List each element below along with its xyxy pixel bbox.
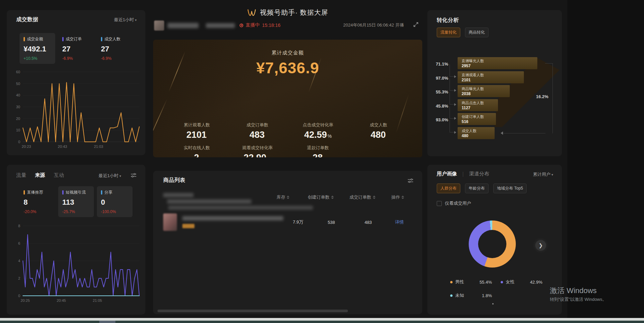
tab-product-conversion[interactable]: 商品转化 xyxy=(465,28,489,37)
live-status: 直播中 15:18:16 xyxy=(240,22,281,28)
page-scrollbar-track[interactable] xyxy=(0,318,644,321)
tab-source[interactable]: 来源 xyxy=(35,172,45,178)
delta-badge: -100.0% xyxy=(101,209,133,214)
live-dot-icon xyxy=(240,24,243,27)
filter-icon[interactable] xyxy=(407,178,414,184)
conversion-panel: 转化分析 流量转化 商品转化 直播曝光人数 2957 直播观看人数 2101 商… xyxy=(427,10,562,156)
table-header: 库存 创建订单数 成交订单数 操作 xyxy=(163,193,412,202)
column-stock[interactable]: 库存 xyxy=(266,194,300,200)
products-panel: 商品列表 库存 创建订单数 成交订单数 操作 xyxy=(153,171,422,314)
card-color-bar xyxy=(101,37,102,41)
summary-title: 累计成交金额 xyxy=(153,50,422,56)
tab-interaction[interactable]: 互动 xyxy=(54,172,64,178)
stat-total-viewers: 累计观看人数 2101 xyxy=(167,122,227,140)
funnel-bracket xyxy=(450,78,455,91)
sort-icon xyxy=(331,196,334,199)
sort-icon xyxy=(401,196,404,199)
stat-online-now: 实时在线人数 2 xyxy=(167,145,227,157)
svg-text:30: 30 xyxy=(16,105,20,109)
metric-card-live-recommend[interactable]: 直播推荐 8 -20.0% xyxy=(20,186,55,217)
metric-card-deal-amount[interactable]: 成交金额 ¥492.1 +10.5% xyxy=(20,33,55,64)
funnel-step-rate: 45.8% xyxy=(431,104,448,109)
cell-created-orders: 538 xyxy=(313,220,350,225)
streamer-avatar xyxy=(154,21,164,31)
delta-badge: -20.0% xyxy=(24,209,55,214)
metric-card-deal-buyers[interactable]: 成交人数 27 -6.9% xyxy=(97,33,133,64)
column-product-redacted xyxy=(167,199,251,204)
funnel-bracket xyxy=(450,64,455,77)
funnel-stage-order-creators: 创建订单人数 516 xyxy=(458,113,496,125)
funnel-stage-product-clicks: 商品点击人数 1127 xyxy=(458,99,498,111)
tab-channel-distribution[interactable]: 渠道分布 xyxy=(469,171,489,177)
streamer-id-redacted xyxy=(206,23,235,28)
column-product-redacted xyxy=(163,193,193,197)
metric-card-share[interactable]: 分享 0 -100.0% xyxy=(97,186,133,217)
svg-text:8: 8 xyxy=(18,224,20,228)
traffic-range-dropdown[interactable]: 最近1小时▾ xyxy=(99,173,121,179)
transaction-panel: 成交数据 最近1小时▾ 成交金额 ¥492.1 +10.5% 成交订单 27 -… xyxy=(7,10,145,155)
row-subtitle-redacted xyxy=(168,206,313,210)
svg-text:0: 0 xyxy=(18,140,20,144)
page-title: 视频号助手· 数据大屏 xyxy=(260,8,328,17)
windows-watermark-title: 激活 Windows xyxy=(550,286,597,296)
horizontal-scrollbar[interactable] xyxy=(157,310,348,312)
live-label: 直播中 xyxy=(246,22,260,28)
card-color-bar xyxy=(101,190,102,195)
live-timer: 15:18:16 xyxy=(262,23,281,28)
delta-badge: -6.9% xyxy=(101,56,133,61)
product-title-redacted xyxy=(182,216,283,220)
column-deal-orders[interactable]: 成交订单数 xyxy=(342,194,383,200)
svg-text:21:03: 21:03 xyxy=(94,145,103,149)
svg-text:0: 0 xyxy=(18,294,20,298)
chevron-right-icon: ❯ xyxy=(539,242,543,248)
checkbox-deal-users-only[interactable] xyxy=(437,201,442,206)
filter-icon[interactable] xyxy=(131,173,137,178)
carousel-page-dot[interactable] xyxy=(492,303,494,305)
donut-legend: 男性 55.4% 女性 42.9% 未知 1.8% xyxy=(450,279,551,298)
stat-deal-orders: 成交订单数 483 xyxy=(227,122,288,140)
table-row[interactable]: 7.9万 538 483 详情 xyxy=(163,212,412,232)
card-color-bar xyxy=(24,37,25,41)
fullscreen-icon[interactable] xyxy=(413,22,419,28)
users-range-dropdown[interactable]: 累计用户▾ xyxy=(533,171,553,177)
funnel-step-rate: 93.0% xyxy=(431,117,448,122)
traffic-trend-chart: 0246820:2520:4521:05 xyxy=(11,221,143,305)
carousel-next-button[interactable]: ❯ xyxy=(535,240,546,251)
metric-card-deal-orders[interactable]: 成交订单 27 -6.9% xyxy=(58,33,94,64)
funnel-step-rate: 97.0% xyxy=(431,76,448,81)
delta-badge: -6.9% xyxy=(62,56,94,61)
transaction-panel-title: 成交数据 xyxy=(16,16,38,23)
legend-dot xyxy=(501,281,503,283)
detail-link[interactable]: 详情 xyxy=(387,219,412,225)
tab-user-profile[interactable]: 用户画像 xyxy=(437,171,457,177)
metric-card-short-video[interactable]: 短视频引流 113 -25.7% xyxy=(58,186,94,217)
cell-stock: 7.9万 xyxy=(283,219,313,225)
right-background xyxy=(567,0,644,318)
stream-start-time: 2024年06月15日 06:06:42 开播 xyxy=(343,22,404,28)
dashboard-screen: 视频号助手· 数据大屏 直播中 15:18:16 2024年06月15日 06:… xyxy=(0,0,644,323)
transaction-trend-chart: 010203040506020:2320:4321:03 xyxy=(11,67,143,151)
legend-dot xyxy=(450,294,453,297)
transaction-range-dropdown[interactable]: 最近1小时▾ xyxy=(114,17,137,23)
arrow-right-icon xyxy=(454,131,456,134)
svg-text:2: 2 xyxy=(18,276,20,280)
stat-deal-buyers: 成交人数 480 xyxy=(348,122,409,140)
svg-text:40: 40 xyxy=(16,93,20,97)
svg-text:20:43: 20:43 xyxy=(58,145,67,149)
column-action[interactable]: 操作 xyxy=(383,194,412,200)
subtab-region-top5[interactable]: 地域分布 Top5 xyxy=(493,184,527,193)
subtab-age-distribution[interactable]: 年龄分布 xyxy=(465,184,489,193)
funnel-stage-exposure: 直播曝光人数 2957 xyxy=(458,57,537,69)
column-created-orders[interactable]: 创建订单数 xyxy=(300,194,342,200)
delta-badge: -25.7% xyxy=(62,209,94,214)
svg-text:10: 10 xyxy=(16,128,20,132)
svg-text:4: 4 xyxy=(18,259,20,263)
legend-male: 男性 55.4% xyxy=(450,279,501,285)
svg-text:21:05: 21:05 xyxy=(93,298,102,302)
svg-text:20:25: 20:25 xyxy=(21,298,30,302)
subtab-crowd-distribution[interactable]: 人群分布 xyxy=(437,184,460,193)
overall-conversion-rate: 16.2% xyxy=(534,93,550,100)
tab-traffic-conversion[interactable]: 流量转化 xyxy=(437,28,460,37)
app-header: 视频号助手· 数据大屏 xyxy=(153,8,422,17)
tab-traffic[interactable]: 流量 xyxy=(16,172,26,178)
